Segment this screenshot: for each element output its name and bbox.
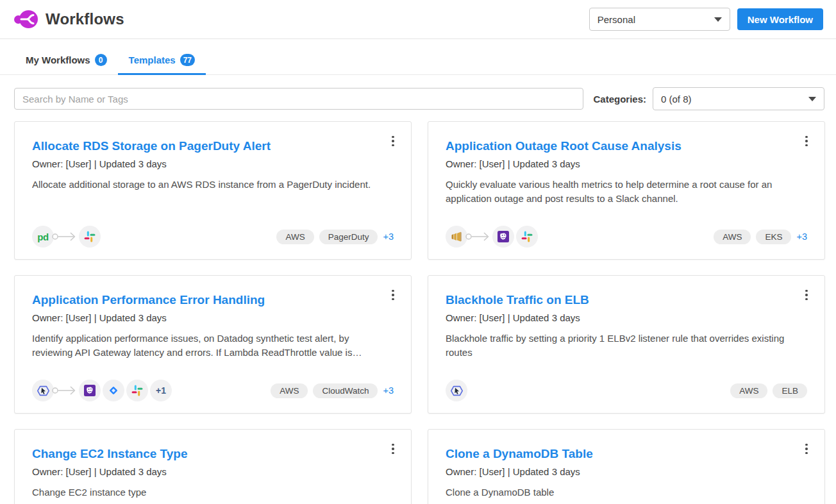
card-menu-button[interactable] (386, 133, 400, 149)
workflow-title-link[interactable]: Change EC2 Instance Type (32, 446, 188, 462)
card-footer: AWSEKS+3 (446, 226, 807, 248)
tab-count-badge: 0 (95, 54, 107, 66)
workflow-title-link[interactable]: Application Outage Root Cause Analysis (446, 139, 681, 154)
card-footer: +1AWSCloudWatch+3 (32, 380, 394, 401)
slack-icon (516, 226, 538, 248)
kebab-dot (392, 290, 394, 292)
workflow-meta: Owner: [User] | Updated 3 days (446, 158, 807, 169)
search-input[interactable] (14, 88, 583, 110)
pagerduty-icon: pd (32, 226, 54, 248)
jira-icon (103, 380, 124, 401)
workflow-description: Clone a DynamoDB table (446, 485, 807, 500)
flow-arrow-icon (465, 226, 492, 248)
card-menu-button[interactable] (386, 441, 400, 457)
tab-templates[interactable]: Templates 77 (118, 48, 206, 75)
kebab-dot (805, 144, 808, 147)
more-icons-badge: +1 (150, 380, 172, 401)
slack-icon (126, 380, 148, 401)
tag-list: AWSPagerDuty+3 (276, 230, 394, 244)
kebab-dot (805, 298, 808, 301)
kebab-dot (392, 136, 394, 139)
tag-list: AWSCloudWatch+3 (271, 383, 394, 398)
workflow-title-link[interactable]: Allocate RDS Storage on PagerDuty Alert (32, 139, 271, 154)
new-workflow-button[interactable]: New Workflow (737, 8, 823, 30)
tag-list: AWSELB (730, 383, 807, 398)
kebab-dot (805, 136, 808, 139)
synthetics-icon (32, 380, 54, 401)
workflow-step-icons (446, 226, 538, 248)
card-footer: pdAWSPagerDuty+3 (32, 226, 394, 248)
card-footer: AWSELB (446, 380, 807, 401)
flow-arrow-icon (51, 226, 78, 248)
kebab-dot (392, 448, 394, 450)
workflow-card: Clone a DynamoDB TableOwner: [User] | Up… (428, 429, 825, 504)
card-menu-button[interactable] (799, 287, 814, 303)
workflow-step-icons: pd (32, 226, 101, 248)
page-title: Workflows (46, 10, 124, 28)
app-header: Workflows Personal New Workflow (0, 0, 836, 39)
categories-select[interactable]: 0 (of 8) (653, 87, 824, 110)
workflow-card: Change EC2 Instance TypeOwner: [User] | … (14, 429, 412, 504)
kebab-dot (805, 444, 808, 446)
card-menu-button[interactable] (799, 441, 814, 457)
kebab-dot (392, 294, 394, 296)
workflows-logo-icon (14, 10, 40, 29)
kebab-dot (805, 294, 808, 296)
kebab-dot (392, 444, 394, 446)
more-tags-link[interactable]: +3 (796, 231, 807, 242)
tag-pill[interactable]: AWS (714, 230, 751, 244)
tag-pill[interactable]: CloudWatch (313, 383, 378, 398)
more-tags-link[interactable]: +3 (383, 385, 394, 396)
workflow-title-link[interactable]: Clone a DynamoDB Table (446, 446, 593, 462)
datadog-icon (79, 380, 101, 401)
workflow-title-link[interactable]: Application Performance Error Handling (32, 292, 265, 308)
workflow-meta: Owner: [User] | Updated 3 days (32, 158, 394, 169)
filter-bar: Categories: 0 (of 8) (0, 87, 836, 110)
slack-icon (79, 226, 101, 248)
tag-pill[interactable]: AWS (276, 230, 314, 244)
workflow-card-grid: Allocate RDS Storage on PagerDuty AlertO… (0, 121, 836, 504)
chevron-down-icon (808, 97, 816, 101)
workflow-title-link[interactable]: Blackhole Traffic on ELB (446, 292, 589, 308)
tag-list: AWSEKS+3 (714, 230, 807, 244)
workflow-description: Blackhole traffic by setting a priority … (446, 332, 807, 360)
tab-label: My Workflows (26, 55, 90, 65)
workflow-step-icons: +1 (32, 380, 172, 401)
workflow-card: Blackhole Traffic on ELBOwner: [User] | … (428, 275, 825, 414)
tag-pill[interactable]: PagerDuty (319, 230, 378, 244)
workflow-description: Quickly evaluate various health metrics … (446, 178, 807, 206)
workflow-meta: Owner: [User] | Updated 3 days (32, 466, 394, 477)
aws-cloudwatch-icon (446, 226, 467, 248)
tag-pill[interactable]: AWS (730, 383, 767, 398)
workflow-step-icons (446, 380, 467, 401)
workflow-description: Change EC2 instance type (32, 485, 394, 500)
workflow-meta: Owner: [User] | Updated 3 days (446, 466, 807, 477)
workspace-select-value: Personal (598, 14, 635, 25)
categories-select-value: 0 (of 8) (661, 94, 692, 105)
kebab-dot (805, 452, 808, 455)
workspace-select[interactable]: Personal (589, 8, 730, 31)
tab-label: Templates (129, 55, 176, 65)
card-menu-button[interactable] (386, 287, 400, 303)
card-menu-button[interactable] (799, 133, 814, 149)
kebab-dot (805, 290, 808, 292)
tab-my-workflows[interactable]: My Workflows 0 (15, 48, 118, 75)
workflow-meta: Owner: [User] | Updated 3 days (32, 312, 394, 323)
workflow-meta: Owner: [User] | Updated 3 days (446, 312, 807, 323)
more-tags-link[interactable]: +3 (383, 231, 394, 242)
kebab-dot (392, 298, 394, 301)
kebab-dot (805, 448, 808, 450)
tab-count-badge: 77 (180, 54, 195, 66)
chevron-down-icon (714, 17, 722, 22)
workflow-card: Application Performance Error HandlingOw… (14, 275, 412, 414)
categories-label: Categories: (593, 94, 646, 105)
workflow-card: Allocate RDS Storage on PagerDuty AlertO… (14, 121, 412, 260)
tag-pill[interactable]: EKS (756, 230, 791, 244)
kebab-dot (392, 452, 394, 455)
tag-pill[interactable]: ELB (773, 383, 807, 398)
tag-pill[interactable]: AWS (271, 383, 308, 398)
synthetics-icon (446, 380, 467, 401)
tab-bar: My Workflows 0 Templates 77 (0, 48, 836, 75)
datadog-icon (492, 226, 514, 248)
flow-arrow-icon (51, 380, 78, 401)
